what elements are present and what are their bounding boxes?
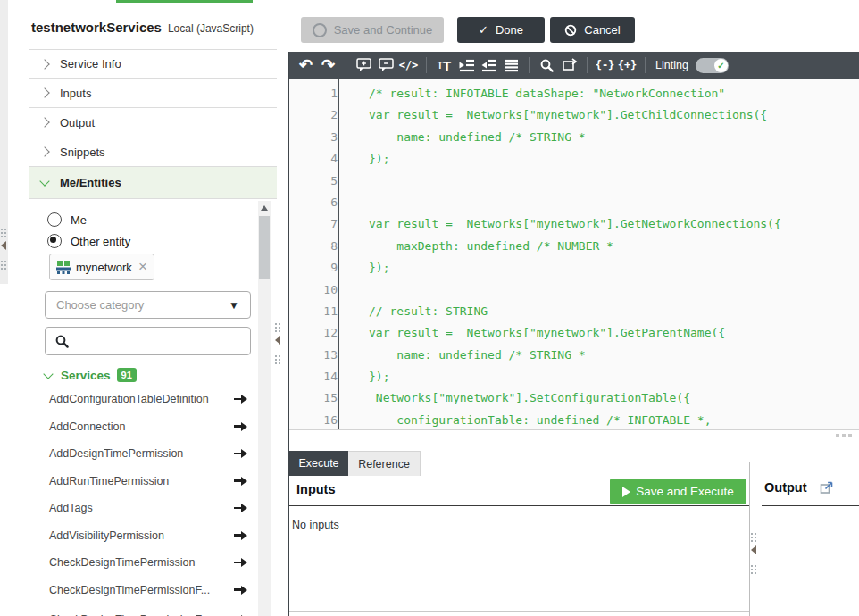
dropdown-arrow-icon: ▼ [229,299,239,312]
sidebar-section-output[interactable]: Output [29,108,277,137]
code-line: 16 configurationTable: undefined /* INFO… [289,410,859,429]
grip-dots-icon [275,355,277,357]
arrow-right-icon[interactable] [234,531,247,540]
services-group-header[interactable]: Services 91 [45,368,137,382]
code-line: 10 [289,279,859,301]
service-list-item[interactable]: CheckDesignTimePermissionF... [29,577,258,604]
line-number: 4 [289,148,357,170]
add-comment-icon[interactable] [353,52,375,79]
check-icon: ✓ [479,23,488,37]
cancel-button[interactable]: Cancel [550,17,635,43]
collapse-left-arrow-icon [1,241,6,250]
done-button[interactable]: ✓ Done [457,17,545,43]
line-text: name: undefined /* STRING * [357,345,586,366]
arrow-right-icon[interactable] [234,449,247,458]
remove-comment-icon[interactable] [375,52,397,79]
radio-me[interactable]: Me [47,212,87,227]
service-list-item[interactable]: AddVisibilityPermission [29,522,258,549]
code-editor-toolbar: ↶ ↷ </> TT {-} {+} Linting [289,52,859,79]
arrow-right-icon[interactable] [234,558,247,567]
output-panel-splitter-handle[interactable] [751,533,756,574]
save-and-execute-button[interactable]: Save and Execute [610,479,746,504]
chip-close-icon[interactable]: × [138,258,147,276]
service-name: AddConfigurationTableDefinition [49,393,209,405]
code-line: 15 Networks["mynetwork"].SetConfiguratio… [289,387,859,409]
code-line: 3 name: undefined /* STRING * [289,127,859,148]
toolbar-separator [426,57,427,73]
service-list-item[interactable]: CheckDesignTimePermission [29,549,258,576]
radio-other-entity[interactable]: Other entity [47,234,130,248]
unfold-braces-icon[interactable]: {+} [616,52,638,79]
save-and-continue-button[interactable]: Save and Continue [301,17,444,43]
search-input[interactable] [75,334,241,349]
inputs-output-divider[interactable] [749,462,750,616]
line-text: name: undefined /* STRING * [357,127,586,148]
arrow-right-icon[interactable] [234,504,247,512]
sidebar-section-inputs[interactable]: Inputs [29,79,277,108]
font-size-icon[interactable]: TT [433,52,455,79]
code-line: 13 name: undefined /* STRING * [289,345,859,366]
line-text: var result = Networks["mynetwork"].GetPa… [357,322,725,344]
sidebar-section-me-entities[interactable]: Me/Entities [29,167,277,199]
sidebar-editor-splitter-handle[interactable] [275,323,280,364]
service-list-item[interactable]: AddTags [29,495,258,521]
line-text: Networks["mynetwork"].SetConfigurationTa… [357,387,690,409]
collapse-left-arrow-icon [751,545,756,554]
active-entity-tab-indicator [116,0,253,3]
grip-dots-icon [1,229,3,230]
section-label: Snippets [60,146,105,159]
sidebar-section-snippets[interactable]: Snippets [29,137,277,167]
redo-icon[interactable]: ↷ [317,52,339,79]
arrow-right-icon[interactable] [234,477,247,486]
code-tags-icon[interactable]: </> [397,52,420,79]
service-list-item[interactable]: AddRunTimePermission [29,468,258,495]
output-header: Output [764,480,807,495]
line-number: 14 [289,366,357,387]
replace-icon[interactable] [558,52,580,79]
grip-dots-icon [275,323,277,325]
code-editor[interactable]: 1/* result: INFOTABLE dataShape: "Networ… [289,79,859,429]
tab-reference[interactable]: Reference [348,451,421,476]
outdent-icon[interactable] [455,52,478,79]
search-icon[interactable] [536,52,558,79]
cancel-label: Cancel [584,23,620,37]
service-list-item[interactable]: AddConfigurationTableDefinition [29,386,258,412]
undo-icon[interactable]: ↶ [295,52,317,79]
cancel-icon [564,24,577,37]
sidebar-section-service-info[interactable]: Service Info [29,49,277,79]
tab-execute[interactable]: Execute [289,451,348,476]
fold-braces-icon[interactable]: {-} [594,52,616,79]
grip-dots-icon [1,261,3,262]
entity-chip-mynetwork[interactable]: mynetwork × [49,254,154,280]
line-text: maxDepth: undefined /* NUMBER * [357,236,613,257]
sidebar-scrollbar-thumb[interactable] [259,216,270,279]
align-lines-icon[interactable] [500,52,522,79]
gutter-separator [338,79,339,429]
entity-search-box[interactable] [45,327,251,355]
service-list-item[interactable]: CheckDesignTimePermissionFor... [29,606,258,616]
arrow-right-icon[interactable] [234,586,247,595]
service-list-item[interactable]: AddDesignTimePermission [29,440,258,467]
linting-toggle[interactable]: ✓ [696,58,729,73]
line-number: 3 [289,127,357,148]
code-line: 8 maxDepth: undefined /* NUMBER * [289,236,859,257]
category-dropdown[interactable]: Choose category ▼ [45,291,251,319]
scrollbar-up-arrow[interactable] [261,205,268,211]
service-list-item[interactable]: AddConnection [29,413,258,440]
arrow-right-icon[interactable] [234,422,247,431]
arrow-right-icon[interactable] [234,395,247,404]
panel-resize-handle[interactable] [836,434,852,437]
code-line: 4}); [289,148,859,170]
line-text: }); [357,148,389,170]
line-text: var result = Networks["mynetwork"].GetCh… [357,104,767,126]
line-text: var result = Networks["mynetwork"].GetNe… [357,213,781,235]
tab-label: Execute [298,457,338,470]
toolbar-separator [645,57,646,73]
left-panel-collapse-handle[interactable] [1,229,6,270]
line-number: 5 [289,171,357,192]
indent-icon[interactable] [478,52,500,79]
inputs-header-underline [289,505,749,506]
line-text [357,279,369,301]
chevron-right-icon [39,59,49,69]
open-output-window-icon[interactable] [820,480,834,495]
